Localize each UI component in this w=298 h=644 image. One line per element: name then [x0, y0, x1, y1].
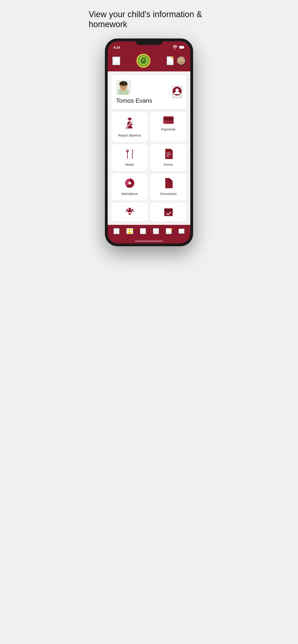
profile-icon-button[interactable]: [172, 86, 182, 98]
wifi-icon: [172, 44, 178, 50]
menu-label-report-absence: Report absence: [118, 134, 141, 137]
svg-rect-50: [164, 209, 172, 211]
app-content: Tomos Evans: [108, 72, 190, 225]
svg-rect-31: [168, 122, 170, 122]
phone-mockup: 4:24: [105, 38, 193, 246]
pie-chart-icon: [125, 178, 135, 188]
avatar-image: [178, 57, 185, 64]
profile-circle-icon: [173, 87, 181, 96]
nav-grid[interactable]: [114, 228, 120, 234]
card-icon: [163, 116, 174, 124]
battery-icon: [179, 44, 185, 50]
partial-icon-2: [163, 207, 174, 218]
student-avatar: [116, 80, 131, 95]
user-avatar-button[interactable]: [177, 56, 186, 65]
menu-item-meals[interactable]: Meals: [111, 144, 148, 171]
absence-icon-override: [125, 120, 135, 131]
svg-rect-54: [117, 229, 119, 231]
student-name: Tomos Evans: [116, 97, 152, 104]
svg-point-0: [175, 48, 175, 50]
profile-card[interactable]: Tomos Evans: [111, 75, 187, 109]
home-indicator: [108, 239, 190, 244]
svg-rect-1: [179, 46, 184, 48]
menu-label-documents: Documents: [160, 192, 177, 196]
forms-document-icon: [164, 149, 173, 159]
menu-label-forms: Forms: [164, 163, 173, 166]
school-logo[interactable]: LADY JANE GREY: [136, 54, 150, 68]
family-icon: [125, 207, 135, 216]
svg-point-42: [128, 182, 131, 184]
menu-grid: Report absence Payments: [111, 112, 187, 200]
menu-item-documents[interactable]: Documents: [150, 174, 187, 200]
menu-label-attendance: Attendance: [121, 192, 138, 196]
svg-rect-28: [163, 118, 174, 120]
svg-rect-55: [114, 232, 116, 234]
svg-point-16: [122, 86, 123, 87]
svg-rect-32: [170, 122, 172, 122]
menu-label-payments: Payments: [161, 128, 175, 131]
student-photo: [116, 80, 131, 95]
documents-svg: [164, 178, 173, 188]
svg-point-45: [131, 209, 133, 211]
nav-timetable[interactable]: [140, 228, 146, 234]
menu-item-report-absence[interactable]: Report absence: [111, 112, 148, 142]
svg-rect-53: [114, 229, 116, 231]
menu-item-partial-1[interactable]: [111, 202, 148, 221]
svg-rect-60: [141, 229, 145, 234]
notification-dot: [171, 56, 174, 59]
svg-rect-2: [184, 47, 184, 48]
menu-label-meals: Meals: [125, 163, 134, 166]
menu-item-partial-2[interactable]: [150, 202, 187, 221]
svg-point-59: [131, 230, 132, 231]
family-nav-icon: [127, 228, 133, 234]
grid-icon: [114, 228, 119, 234]
phone-notch: [135, 38, 163, 45]
absence-svg: [125, 120, 135, 130]
partial-icon-1: [125, 207, 135, 218]
svg-point-57: [129, 229, 131, 231]
svg-rect-15: [120, 84, 127, 85]
meals-icon: [125, 149, 135, 160]
attendance-icon: [125, 178, 135, 190]
svg-point-19: [175, 88, 179, 92]
nav-messages[interactable]: [166, 228, 172, 234]
utensils-icon: [125, 149, 135, 159]
payments-icon: [163, 116, 174, 125]
svg-point-10: [180, 58, 183, 61]
notifications-button[interactable]: [167, 56, 174, 65]
svg-rect-65: [154, 229, 158, 234]
status-time: 4:24: [113, 46, 120, 50]
home-bar: [135, 241, 163, 242]
svg-point-7: [143, 59, 144, 61]
svg-point-17: [124, 86, 125, 87]
app-header: LADY JANE GREY: [108, 52, 190, 72]
school-logo-inner: LADY JANE GREY: [138, 55, 149, 66]
svg-point-44: [126, 209, 128, 211]
calendar-icon: [153, 228, 159, 234]
hamburger-icon: [179, 229, 184, 233]
menu-item-attendance[interactable]: Attendance: [111, 174, 148, 200]
forms-icon: [164, 149, 173, 160]
calendar-check-icon: [163, 207, 174, 216]
svg-rect-56: [117, 232, 119, 234]
home-button[interactable]: [112, 56, 120, 65]
user-avatar: [177, 56, 185, 65]
svg-text:LADY JANE GREY: LADY JANE GREY: [140, 64, 147, 64]
page-title: View your child's information & homework: [89, 9, 209, 29]
svg-rect-29: [164, 121, 167, 123]
school-crest-svg: LADY JANE GREY: [138, 56, 149, 66]
bottom-nav: [108, 225, 190, 239]
nav-family[interactable]: [126, 228, 133, 234]
menu-row-partial: [111, 202, 187, 221]
nav-calendar[interactable]: [153, 228, 159, 234]
documents-icon: [164, 178, 173, 190]
header-right: [167, 56, 186, 65]
phone-screen: 4:24: [108, 41, 190, 244]
timetable-icon: [140, 228, 146, 234]
nav-menu[interactable]: [178, 228, 184, 234]
menu-item-forms[interactable]: Forms: [150, 144, 187, 171]
profile-left: Tomos Evans: [116, 80, 152, 104]
status-icons: [172, 44, 185, 50]
menu-item-payments[interactable]: Payments: [150, 112, 187, 142]
messages-notification-dot: [170, 228, 172, 230]
